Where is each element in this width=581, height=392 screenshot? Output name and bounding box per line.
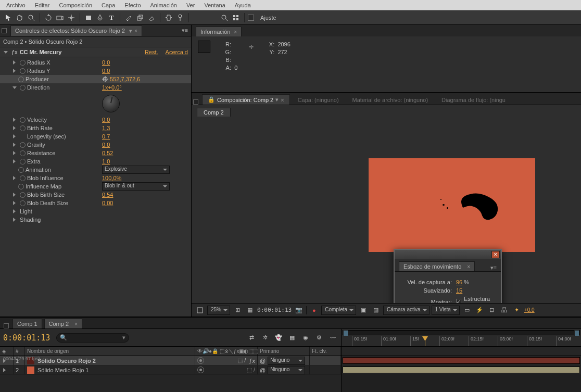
direction-dial[interactable] — [102, 95, 120, 112]
roto-tool[interactable] — [163, 12, 174, 23]
reset-link[interactable]: Rest. — [145, 49, 158, 55]
layer-bar-1[interactable] — [342, 356, 581, 365]
resolution-select[interactable]: Completa — [321, 306, 356, 315]
clone-tool[interactable] — [135, 12, 145, 23]
visibility-toggle[interactable] — [197, 357, 204, 364]
parent-pickwhip-icon[interactable]: @ — [260, 358, 266, 364]
capture-speed-value[interactable]: 96 — [456, 279, 462, 285]
roi-icon[interactable]: ▣ — [358, 306, 369, 315]
time-ruler[interactable]: 00:15f01:00f15f02:00f02:15f03:00f03:15f0… — [342, 329, 581, 347]
lock-icon[interactable] — [4, 323, 9, 328]
about-link[interactable]: Acerca d — [166, 49, 188, 55]
search-icon[interactable] — [219, 12, 230, 23]
layer-row-2[interactable]: 2 Sólido Medio Rojo 1 ⬚ / @Ninguno — [0, 365, 341, 375]
panel-menu-icon[interactable]: ▾≡ — [490, 264, 497, 271]
panel-menu-icon[interactable]: ▾≡ — [182, 27, 188, 34]
viewer-subtab-comp2[interactable]: Comp 2 — [197, 108, 231, 117]
animation-select[interactable]: Explosive — [102, 166, 170, 174]
menu-ayuda[interactable]: Ayuda — [231, 1, 255, 9]
safe-zones-icon[interactable]: ⊞ — [232, 306, 243, 315]
timeline-tab-comp1[interactable]: Comp 1 — [12, 319, 42, 328]
rect-tool[interactable] — [83, 12, 94, 23]
snapshot-icon[interactable]: 📷 — [294, 306, 304, 315]
wireframe-checkbox[interactable]: ✓ — [456, 299, 461, 303]
menu-ventana[interactable]: Ventana — [200, 1, 229, 9]
layer-row-1[interactable]: 1 Sólido Oscuro Rojo 2 ⬚ /ƒx @Ninguno — [0, 356, 341, 365]
menu-editar[interactable]: Editar — [31, 1, 54, 9]
menu-capa[interactable]: Capa — [97, 1, 119, 9]
flowchart-icon[interactable]: 品 — [499, 306, 510, 315]
channel-icon[interactable]: ● — [309, 306, 319, 315]
viewer-tab-flowchart[interactable]: Diagrama de flujo: (ningu — [436, 95, 511, 105]
parent-select[interactable]: Ninguno — [268, 357, 305, 365]
frame-blend-icon[interactable]: ▦ — [287, 333, 297, 343]
camera-tool[interactable] — [55, 12, 65, 23]
timeline-tab-comp2[interactable]: Comp 2 × — [44, 319, 82, 328]
motion-blur-icon[interactable]: ◉ — [300, 333, 311, 343]
viewer-tab-footage[interactable]: Material de archivo: (ninguno) — [347, 95, 434, 105]
menu-efecto[interactable]: Efecto — [120, 1, 145, 9]
producer-row[interactable]: Producer 552,7,372,6 — [0, 75, 191, 83]
comp-mini-flowchart-icon[interactable]: ⇄ — [246, 333, 257, 343]
direction-value[interactable]: 1x+0,0° — [102, 84, 122, 91]
effect-controls-tab[interactable]: Controles de efectos: Sólido Oscuro Rojo… — [10, 26, 142, 36]
anchor-tool[interactable] — [66, 12, 77, 23]
eraser-tool[interactable] — [146, 12, 157, 23]
timeline-icon[interactable]: ⊟ — [487, 306, 497, 315]
fast-preview-icon[interactable]: ⚡ — [474, 306, 485, 315]
pixel-aspect-icon[interactable]: ▭ — [462, 306, 472, 315]
twirl-icon[interactable] — [3, 50, 8, 55]
current-time-indicator[interactable] — [425, 336, 425, 347]
close-icon[interactable]: × — [232, 29, 237, 35]
transparency-icon[interactable]: ▨ — [371, 306, 381, 315]
stopwatch-icon[interactable] — [20, 60, 26, 66]
shy-icon[interactable]: 👻 — [273, 333, 284, 343]
composition-canvas[interactable]: ✕ Esbozo de movimiento × ▾≡ Vel. de capt… — [192, 117, 581, 303]
info-tab[interactable]: Información × — [196, 27, 242, 36]
layer-search-input[interactable]: 🔍▾ — [56, 333, 129, 343]
exposure-value[interactable]: +0,0 — [524, 307, 535, 313]
rotate-tool[interactable] — [43, 12, 54, 23]
influence-map-select[interactable]: Blob in & out — [102, 182, 170, 191]
menu-composicion[interactable]: Composición — [55, 1, 96, 9]
pen-tool[interactable] — [95, 12, 105, 23]
magnify-icon[interactable] — [195, 306, 205, 315]
zoom-select[interactable]: 25% — [207, 306, 230, 315]
selection-tool[interactable] — [3, 12, 14, 23]
views-select[interactable]: 1 Vista — [432, 306, 460, 315]
text-tool[interactable]: T — [106, 12, 117, 23]
menu-archivo[interactable]: Archivo — [2, 1, 30, 9]
camera-select[interactable]: Cámara activa — [383, 306, 429, 315]
close-tab-icon[interactable]: × — [134, 28, 137, 34]
fit-checkbox[interactable] — [248, 15, 254, 21]
panel-lock-icon[interactable] — [2, 28, 7, 33]
crosshair-icon[interactable] — [102, 76, 108, 82]
menu-animacion[interactable]: Animación — [146, 1, 181, 9]
layer-bar-2[interactable] — [342, 365, 581, 375]
time-navigator[interactable] — [343, 330, 580, 335]
zoom-tool[interactable] — [26, 12, 36, 23]
radius-y-value[interactable]: 0,0 — [102, 68, 110, 74]
current-time[interactable]: 0:00:01:13 — [257, 307, 292, 313]
draft3d-icon[interactable]: ✲ — [260, 333, 270, 343]
timecode[interactable]: 0:00:01:13 — [3, 333, 50, 343]
pin-tool[interactable] — [175, 12, 185, 23]
lock-icon[interactable] — [193, 99, 198, 105]
smoothing-value[interactable]: 15 — [456, 287, 462, 294]
mask-toggle-icon[interactable]: ▦ — [245, 306, 255, 315]
parent-select[interactable]: Ninguno — [268, 366, 305, 374]
motion-sketch-tab[interactable]: Esbozo de movimiento × — [399, 261, 475, 271]
close-panel-icon[interactable]: ✕ — [491, 251, 500, 258]
visibility-toggle[interactable] — [197, 366, 204, 373]
hand-tool[interactable] — [15, 12, 25, 23]
viewer-tab-composition[interactable]: 🔒Composición: Comp 2▾× — [202, 94, 290, 105]
brainstorm-icon[interactable]: ⚙ — [314, 333, 324, 343]
radius-x-value[interactable]: 0,0 — [102, 59, 110, 66]
reset-exposure-icon[interactable]: ✦ — [512, 306, 522, 315]
menu-ver[interactable]: Ver — [182, 1, 199, 9]
parent-pickwhip-icon[interactable]: @ — [260, 367, 266, 373]
viewer-tab-layer[interactable]: Capa: (ninguno) — [292, 95, 345, 105]
grid-icon[interactable] — [231, 12, 241, 23]
brush-tool[interactable] — [123, 12, 134, 23]
motion-sketch-panel[interactable]: ✕ Esbozo de movimiento × ▾≡ Vel. de capt… — [394, 249, 502, 303]
